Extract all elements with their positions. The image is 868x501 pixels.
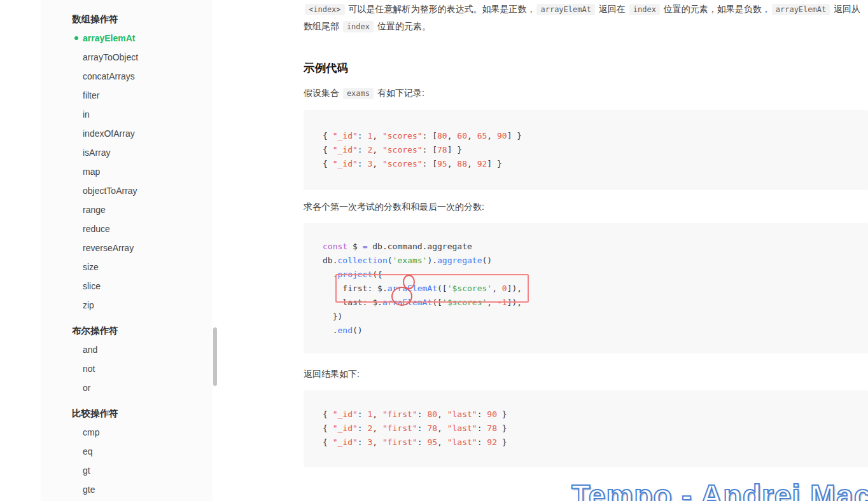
sidebar-item-reverseArray[interactable]: reverseArray xyxy=(41,238,213,257)
text-run: 返回在 xyxy=(596,4,628,14)
sidebar-item-eq[interactable]: eq xyxy=(41,442,213,461)
sidebar-item-gt[interactable]: gt xyxy=(41,461,213,480)
sidebar-item-zip[interactable]: zip xyxy=(41,296,213,315)
code-block-query-result: { "_id": 1, "first": 80, "last": 90 }{ "… xyxy=(304,390,868,467)
sidebar-item-and[interactable]: and xyxy=(41,340,213,359)
inline-code-chip: index xyxy=(629,4,660,15)
code-line: }) xyxy=(323,310,849,324)
sidebar-item-objectToArray[interactable]: objectToArray xyxy=(41,181,213,200)
sidebar-item-slice[interactable]: slice xyxy=(41,277,213,296)
exams-intro-paragraph: 假设集合 exams 有如下记录: xyxy=(304,86,868,100)
sidebar-item-not[interactable]: not xyxy=(41,359,213,378)
code-line: { "_id": 2, "scores": [78] } xyxy=(323,143,849,157)
sidebar-item-reduce[interactable]: reduce xyxy=(41,219,213,238)
inline-code-chip: <index> xyxy=(305,4,345,15)
sidebar-item-filter[interactable]: filter xyxy=(41,86,213,105)
sidebar-item-size[interactable]: size xyxy=(41,257,213,277)
sidebar-item-or[interactable]: or xyxy=(41,378,213,397)
sidebar-item-cmp[interactable]: cmp xyxy=(41,423,213,442)
text-run: 位置的元素，如果是负数， xyxy=(661,4,771,14)
text-run: 返回结果如下: xyxy=(304,369,360,379)
text-run: 有如下记录: xyxy=(375,88,424,98)
main-content: <index> 可以是任意解析为整形的表达式。如果是正数，arrayElemAt… xyxy=(304,0,868,467)
active-bullet-icon xyxy=(74,36,78,40)
result-intro-paragraph: 返回结果如下: xyxy=(304,367,868,381)
intro-paragraph: <index> 可以是任意解析为整形的表达式。如果是正数，arrayElemAt… xyxy=(304,1,868,35)
text-run: 位置的元素。 xyxy=(375,21,431,31)
code-line: { "_id": 3, "scores": [95, 88, 92] } xyxy=(323,157,849,171)
sidebar-section-title: 布尔操作符 xyxy=(41,321,213,340)
inline-code-chip: arrayElemAt xyxy=(536,4,594,15)
code-line: const $ = db.command.aggregate xyxy=(323,240,849,254)
sidebar-item-concatArrays[interactable]: concatArrays xyxy=(41,67,213,86)
code-line: { "_id": 1, "first": 80, "last": 90 } xyxy=(323,408,849,422)
code-line: { "_id": 1, "scores": [80, 60, 65, 90] } xyxy=(323,129,849,143)
sidebar-scrollbar-thumb[interactable] xyxy=(213,327,217,386)
sidebar-nav: 数组操作符arrayElemAtarrayToObjectconcatArray… xyxy=(41,10,213,501)
annotation-circle-last-line xyxy=(391,287,412,306)
sidebar: 数组操作符arrayElemAtarrayToObjectconcatArray… xyxy=(41,0,213,501)
code-line: { "_id": 3, "first": 95, "last": 92 } xyxy=(323,436,849,450)
text-run: 假设集合 xyxy=(304,88,342,98)
inline-code-chip: index xyxy=(343,21,374,32)
sidebar-item-isArray[interactable]: isArray xyxy=(41,143,213,162)
sidebar-section-title: 数组操作符 xyxy=(41,10,213,29)
watermark: Tempo - Andrei Machado xyxy=(571,478,868,501)
task-paragraph: 求各个第一次考试的分数和和最后一次的分数: xyxy=(304,200,868,214)
code-line: { "_id": 2, "first": 78, "last": 78 } xyxy=(323,422,849,436)
sidebar-item-in[interactable]: in xyxy=(41,105,213,124)
code-line: db.collection('exams').aggregate() xyxy=(323,254,849,268)
section-heading-example-code: 示例代码 xyxy=(304,60,868,76)
code-line: .end() xyxy=(323,324,849,338)
inline-code-chip: arrayElemAt xyxy=(772,4,830,15)
sidebar-item-gte[interactable]: gte xyxy=(41,480,213,499)
code-block-exams-records: { "_id": 1, "scores": [80, 60, 65, 90] }… xyxy=(304,110,868,190)
sidebar-item-map[interactable]: map xyxy=(41,162,213,181)
inline-code-chip: exams xyxy=(343,88,374,99)
text-run: 求各个第一次考试的分数和和最后一次的分数: xyxy=(304,202,484,212)
sidebar-item-arrayToObject[interactable]: arrayToObject xyxy=(41,48,213,67)
sidebar-section-title: 比较操作符 xyxy=(41,404,213,423)
annotation-highlight-box xyxy=(335,274,529,303)
text-run: 可以是任意解析为整形的表达式。如果是正数， xyxy=(346,4,536,14)
sidebar-item-range[interactable]: range xyxy=(41,200,213,219)
sidebar-item-arrayElemAt[interactable]: arrayElemAt xyxy=(41,29,213,48)
sidebar-item-indexOfArray[interactable]: indexOfArray xyxy=(41,124,213,143)
